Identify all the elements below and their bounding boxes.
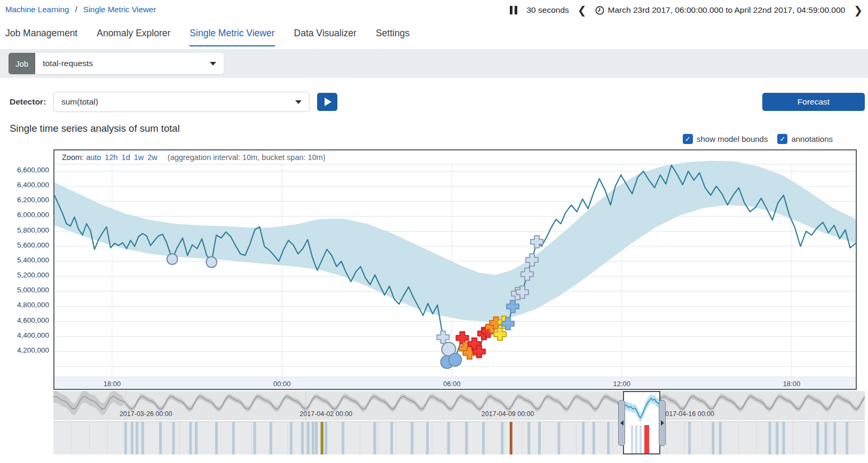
swimlane-event-bar: [136, 421, 138, 454]
play-button[interactable]: [317, 93, 337, 111]
brush-handle-right[interactable]: [659, 400, 666, 446]
zoom-link-auto[interactable]: auto: [86, 153, 101, 162]
breadcrumb-link-single-metric-viewer[interactable]: Single Metric Viewer: [83, 5, 156, 14]
swimlane-event-bar: [321, 421, 323, 454]
zoom-link-2w[interactable]: 2w: [147, 153, 157, 162]
context-date-label: 2017-04-09 00:00: [482, 410, 534, 418]
anomaly-circle-marker: [167, 254, 178, 265]
swimlane-event-bar: [607, 421, 610, 454]
chart-title: Single time series analysis of sum total: [10, 123, 180, 134]
detector-select[interactable]: sum(total): [53, 92, 310, 112]
context-chart[interactable]: 2017-03-26 00:002017-04-02 00:002017-04-…: [53, 391, 865, 420]
swimlane-event-bar: [769, 421, 771, 454]
chart-toggles: ✓show model bounds✓annotations: [683, 134, 833, 144]
swimlane-event-bar: [373, 421, 376, 454]
y-axis-tick-label: 4,800,000: [2, 301, 49, 309]
focus-plot[interactable]: [54, 150, 856, 389]
swimlane-event-bar: [342, 421, 344, 454]
checkbox-annotations[interactable]: ✓annotations: [777, 134, 833, 144]
swimlane-event-bar: [846, 421, 848, 454]
context-date-label: 2017-04-02 00:00: [299, 410, 352, 418]
swimlane-event-bar: [131, 421, 133, 454]
swimlane-event-bar: [232, 421, 235, 454]
time-controls: 30 seconds ❮ March 23rd 2017, 06:00:00.0…: [508, 2, 864, 18]
checkmark-icon: ✓: [777, 134, 787, 144]
zoom-link-12h[interactable]: 12h: [105, 153, 117, 162]
x-axis-tick-label: 06:00: [443, 380, 461, 388]
y-axis-tick-label: 5,200,000: [2, 271, 49, 279]
y-axis-tick-label: 5,400,000: [2, 256, 49, 264]
job-badge: Job: [9, 53, 35, 74]
refresh-interval-label[interactable]: 30 seconds: [527, 5, 569, 15]
anomaly-circle-marker: [206, 257, 217, 267]
swimlane-event-bar: [254, 421, 256, 454]
brush-selection-window[interactable]: [623, 391, 660, 454]
swimlane-event-bar: [411, 421, 413, 454]
tab-data-visualizer[interactable]: Data Visualizer: [294, 23, 357, 46]
time-range-label: March 23rd 2017, 06:00:00.000 to April 2…: [608, 5, 846, 15]
swimlane-event-bar: [426, 421, 429, 454]
swimlane-event-bar: [527, 421, 530, 454]
swimlane-event-bar: [189, 421, 192, 454]
swimlane-event-bar: [719, 421, 722, 454]
time-range[interactable]: March 23rd 2017, 06:00:00.000 to April 2…: [595, 5, 846, 15]
swimlane-event-bar: [712, 421, 714, 454]
swimlane-event-bar: [141, 421, 144, 454]
chevron-right-icon: [661, 420, 664, 426]
selection-event-bar: [640, 425, 642, 453]
y-axis-tick-label: 4,400,000: [2, 331, 49, 339]
aggregation-info: (aggregation interval: 10m, bucket span:…: [168, 153, 326, 162]
zoom-controls: Zoom: auto12h1d1w2w (aggregation interva…: [62, 153, 326, 162]
swimlane-event-bar: [390, 421, 393, 454]
swimlane-event-bar: [124, 421, 127, 454]
next-time-button[interactable]: ❯: [853, 5, 864, 15]
x-axis-tick-label: 18:00: [104, 380, 121, 388]
swimlane-event-bar: [195, 421, 198, 454]
tab-settings[interactable]: Settings: [376, 23, 409, 46]
zoom-link-1w[interactable]: 1w: [134, 153, 144, 162]
swimlane-event-bar: [315, 421, 318, 454]
swimlane-event-bar: [270, 421, 272, 454]
breadcrumb-link-machine-learning[interactable]: Machine Learning: [5, 5, 69, 14]
brush-handle-left[interactable]: [618, 400, 625, 446]
checkbox-show-model-bounds[interactable]: ✓show model bounds: [683, 134, 768, 144]
nav-tabs: Job ManagementAnomaly ExplorerSingle Met…: [5, 23, 409, 46]
checkmark-icon: ✓: [683, 134, 693, 144]
swimlane-event-bar: [510, 421, 512, 454]
play-icon: [325, 98, 332, 106]
zoom-link-1d[interactable]: 1d: [122, 153, 130, 162]
swimlane-event-bar: [465, 421, 468, 454]
clock-icon: [595, 6, 604, 15]
pause-icon: [510, 6, 512, 14]
job-selector: Job total-requests: [9, 53, 224, 74]
y-axis-tick-label: 5,800,000: [2, 226, 49, 234]
detector-label: Detector:: [10, 97, 46, 107]
anomaly-cross-marker: [494, 328, 506, 340]
single-metric-viewer-page: Machine Learning / Single Metric Viewer …: [0, 0, 868, 463]
focus-chart: Zoom: auto12h1d1w2w (aggregation interva…: [53, 149, 857, 390]
detector-select-value: sum(total): [61, 97, 98, 107]
anomaly-cross-marker: [437, 331, 449, 344]
job-select[interactable]: total-requests: [35, 53, 224, 74]
tab-anomaly-explorer[interactable]: Anomaly Explorer: [97, 23, 170, 46]
selection-event-bar: [644, 425, 649, 453]
anomaly-swimlane[interactable]: [53, 421, 865, 454]
breadcrumb: Machine Learning / Single Metric Viewer: [5, 5, 156, 14]
y-axis-tick-label: 6,200,000: [2, 196, 49, 204]
swimlane-event-bar: [688, 421, 691, 454]
tab-single-metric-viewer[interactable]: Single Metric Viewer: [190, 23, 274, 46]
y-axis-tick-label: 6,600,000: [2, 166, 49, 174]
swimlane-event-bar: [172, 421, 175, 454]
tab-job-management[interactable]: Job Management: [5, 23, 77, 46]
swimlane-event-bar: [307, 421, 310, 454]
prev-time-button[interactable]: ❮: [577, 5, 588, 15]
swimlane-event-bar: [538, 421, 541, 454]
swimlane-event-bar: [501, 421, 503, 454]
job-selector-bar: Job total-requests: [0, 49, 868, 78]
forecast-button[interactable]: Forecast: [762, 93, 865, 111]
caret-down-icon: [210, 62, 216, 66]
pause-button[interactable]: [508, 4, 519, 17]
job-select-value: total-requests: [43, 59, 93, 68]
y-axis-tick-label: 4,600,000: [2, 316, 49, 324]
y-axis-tick-label: 4,200,000: [2, 346, 49, 354]
